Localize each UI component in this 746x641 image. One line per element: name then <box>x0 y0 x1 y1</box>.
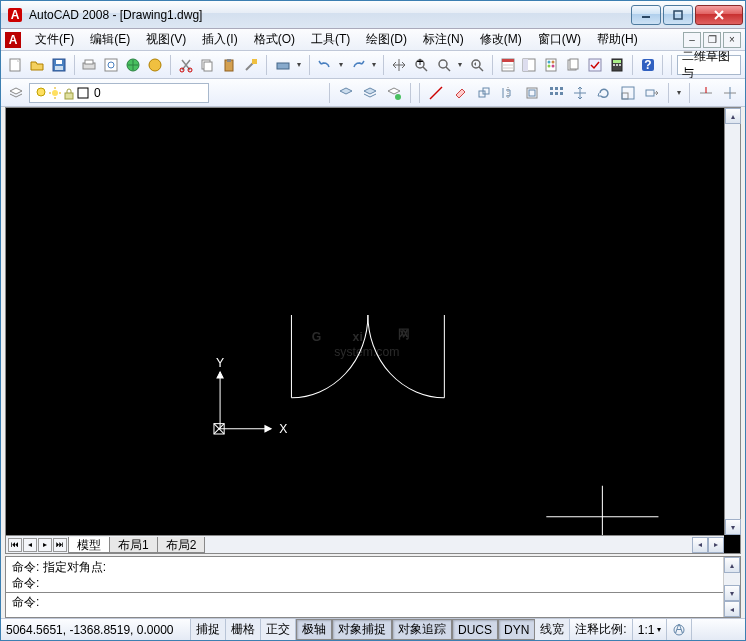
command-window[interactable]: 命令: 指定对角点: 命令: 命令: ▴ ▾ ◂ <box>5 556 741 618</box>
layerstate-button[interactable] <box>359 82 381 104</box>
3dworkspace-button[interactable] <box>145 54 165 76</box>
menu-file[interactable]: 文件(F) <box>27 29 82 50</box>
redo-dropdown[interactable]: ▾ <box>369 60 378 69</box>
help-button[interactable]: ? <box>638 54 658 76</box>
menu-view[interactable]: 视图(V) <box>138 29 194 50</box>
toggle-osnap[interactable]: 对象捕捉 <box>332 619 392 640</box>
sheetset-button[interactable] <box>563 54 583 76</box>
tab-first-button[interactable]: ⏮ <box>8 538 22 552</box>
drawing-area[interactable]: G xi 网 system.com X <box>5 107 741 554</box>
menu-tools[interactable]: 工具(T) <box>303 29 358 50</box>
scale-button[interactable] <box>617 82 639 104</box>
zoom-previous-button[interactable] <box>467 54 487 76</box>
undo-button[interactable] <box>315 54 335 76</box>
tab-layout1[interactable]: 布局1 <box>109 537 158 553</box>
mirror-button[interactable] <box>497 82 519 104</box>
plot-preview-button[interactable] <box>101 54 121 76</box>
redo-button[interactable] <box>348 54 368 76</box>
tab-last-button[interactable]: ⏭ <box>53 538 67 552</box>
tab-model[interactable]: 模型 <box>68 537 110 553</box>
dropdown-arrow-icon[interactable]: ▾ <box>294 54 304 76</box>
designcenter-button[interactable] <box>520 54 540 76</box>
toggle-lwt[interactable]: 线宽 <box>535 619 570 640</box>
menu-insert[interactable]: 插入(I) <box>194 29 245 50</box>
zoom-dropdown[interactable]: ▾ <box>455 54 465 76</box>
menu-help[interactable]: 帮助(H) <box>589 29 646 50</box>
undo-dropdown[interactable]: ▾ <box>337 60 346 69</box>
layer-manager-button[interactable] <box>5 82 27 104</box>
copy-obj-button[interactable] <box>473 82 495 104</box>
mdi-restore-button[interactable]: ❐ <box>703 32 721 48</box>
toolpalettes-button[interactable] <box>541 54 561 76</box>
toggle-ducs[interactable]: DUCS <box>452 619 498 640</box>
close-button[interactable] <box>695 5 743 25</box>
svg-rect-48 <box>619 64 621 66</box>
copy-button[interactable] <box>198 54 218 76</box>
plot-button[interactable] <box>79 54 99 76</box>
line-button[interactable] <box>425 82 447 104</box>
zoom-realtime-button[interactable]: + <box>411 54 431 76</box>
toggle-grid[interactable]: 栅格 <box>226 619 261 640</box>
svg-point-15 <box>149 59 161 71</box>
vertical-scrollbar[interactable]: ▴ ▾ <box>724 108 740 535</box>
zoom-window-button[interactable] <box>433 54 455 76</box>
scroll-down-button[interactable]: ▾ <box>725 519 741 535</box>
tab-prev-button[interactable]: ◂ <box>23 538 37 552</box>
toggle-otrack[interactable]: 对象追踪 <box>392 619 452 640</box>
command-scrollbar[interactable]: ▴ ▾ ◂ <box>724 557 740 617</box>
array-button[interactable] <box>545 82 567 104</box>
menu-edit[interactable]: 编辑(E) <box>82 29 138 50</box>
paste-button[interactable] <box>219 54 239 76</box>
menu-modify[interactable]: 修改(M) <box>472 29 530 50</box>
properties-button[interactable] <box>498 54 518 76</box>
rotate-button[interactable] <box>593 82 615 104</box>
stretch-button[interactable] <box>641 82 663 104</box>
svg-rect-70 <box>555 92 558 95</box>
cmd-scroll-left[interactable]: ◂ <box>724 601 740 617</box>
open-button[interactable] <box>27 54 47 76</box>
anno-visibility-button[interactable]: A <box>667 619 692 640</box>
minimize-button[interactable] <box>631 5 661 25</box>
scroll-right-button[interactable]: ▸ <box>708 537 724 553</box>
mdi-close-button[interactable]: × <box>723 32 741 48</box>
erase-button[interactable] <box>449 82 471 104</box>
publish-button[interactable] <box>123 54 143 76</box>
menu-draw[interactable]: 绘图(D) <box>358 29 415 50</box>
cmd-scroll-down[interactable]: ▾ <box>724 585 740 601</box>
trim-button[interactable] <box>695 82 717 104</box>
markup-button[interactable] <box>585 54 605 76</box>
quickcalc-button[interactable] <box>607 54 627 76</box>
pan-button[interactable] <box>389 54 409 76</box>
blockeditor-button[interactable] <box>272 54 294 76</box>
anno-scale-combo[interactable]: 1:1▾ <box>633 619 668 640</box>
scroll-left-button[interactable]: ◂ <box>692 537 708 553</box>
tab-layout2[interactable]: 布局2 <box>157 537 206 553</box>
toggle-snap[interactable]: 捕捉 <box>191 619 226 640</box>
cmd-scroll-up[interactable]: ▴ <box>724 557 740 573</box>
save-button[interactable] <box>49 54 69 76</box>
maximize-button[interactable] <box>663 5 693 25</box>
layerprev-button[interactable] <box>335 82 357 104</box>
mdi-minimize-button[interactable]: – <box>683 32 701 48</box>
scroll-up-button[interactable]: ▴ <box>725 108 741 124</box>
offset-button[interactable] <box>521 82 543 104</box>
move-button[interactable] <box>569 82 591 104</box>
layer-combo[interactable]: 0 <box>29 83 209 103</box>
modify-dropdown[interactable]: ▾ <box>674 88 684 97</box>
menu-window[interactable]: 窗口(W) <box>530 29 589 50</box>
cut-button[interactable] <box>176 54 196 76</box>
toggle-polar[interactable]: 极轴 <box>296 619 332 640</box>
menu-format[interactable]: 格式(O) <box>246 29 303 50</box>
matchprop-button[interactable] <box>241 54 261 76</box>
tab-next-button[interactable]: ▸ <box>38 538 52 552</box>
workspace-combo[interactable]: 二维草图与 <box>677 55 741 75</box>
svg-text:A: A <box>11 8 20 22</box>
layeriso-button[interactable] <box>383 82 405 104</box>
svg-point-51 <box>37 88 45 96</box>
extend-button[interactable] <box>719 82 741 104</box>
new-button[interactable] <box>5 54 25 76</box>
toggle-dyn[interactable]: DYN <box>498 619 535 640</box>
command-input[interactable]: 命令: <box>12 594 717 610</box>
menu-dimension[interactable]: 标注(N) <box>415 29 472 50</box>
toggle-ortho[interactable]: 正交 <box>261 619 296 640</box>
